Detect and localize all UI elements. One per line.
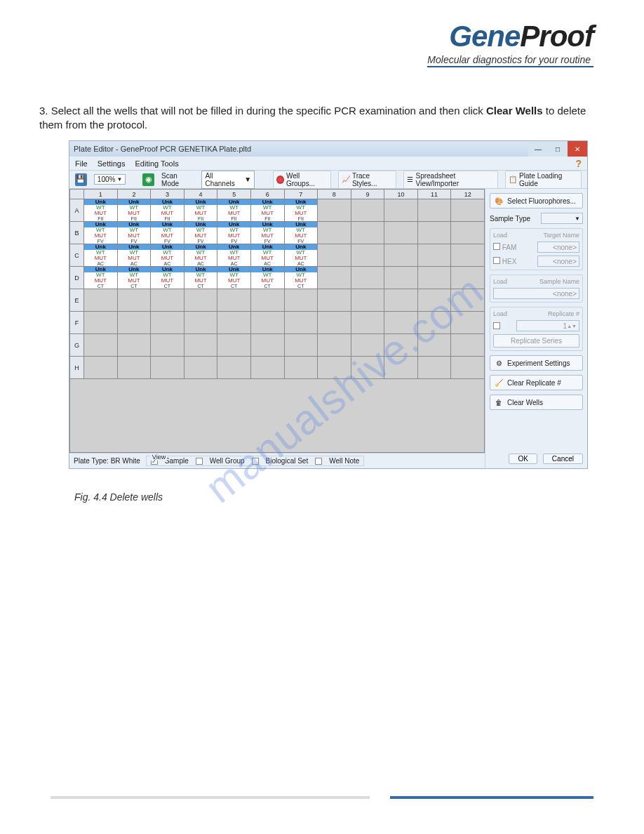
well-D2[interactable]: UnkWTMUTCT [117, 267, 151, 289]
row-header-G[interactable]: G [70, 334, 84, 357]
trace-styles-button[interactable]: 📈Trace Styles... [338, 171, 397, 189]
well-D12[interactable] [451, 267, 485, 289]
help-icon[interactable]: ? [575, 158, 582, 169]
well-E9[interactable] [351, 289, 384, 312]
col-12[interactable]: 12 [451, 190, 485, 199]
well-D4[interactable]: UnkWTMUTCT [184, 267, 217, 289]
close-button[interactable]: ✕ [568, 141, 587, 157]
experiment-settings-button[interactable]: ⚙Experiment Settings [490, 355, 583, 371]
well-A10[interactable] [384, 199, 418, 222]
col-6[interactable]: 6 [250, 190, 284, 199]
well-H8[interactable] [318, 357, 351, 379]
well-H9[interactable] [351, 357, 384, 379]
well-E6[interactable] [250, 289, 284, 312]
well-B5[interactable]: UnkWTMUTFV [217, 222, 251, 244]
col-9[interactable]: 9 [351, 190, 384, 199]
well-A11[interactable] [417, 199, 451, 222]
well-C6[interactable]: UnkWTMUTAC [250, 244, 284, 267]
well-G4[interactable] [184, 334, 217, 357]
well-A5[interactable]: UnkWTMUTFII [217, 199, 251, 222]
well-C12[interactable] [451, 244, 485, 267]
well-G8[interactable] [318, 334, 351, 357]
well-B7[interactable]: UnkWTMUTFV [284, 222, 318, 244]
well-F2[interactable] [117, 312, 151, 334]
well-F8[interactable] [318, 312, 351, 334]
well-D7[interactable]: UnkWTMUTCT [284, 267, 318, 289]
col-10[interactable]: 10 [384, 190, 418, 199]
menu-settings[interactable]: Settings [98, 159, 126, 168]
row-header-D[interactable]: D [70, 267, 84, 289]
well-F9[interactable] [351, 312, 384, 334]
well-C4[interactable]: UnkWTMUTAC [184, 244, 217, 267]
well-B2[interactable]: UnkWTMUTFV [117, 222, 151, 244]
row-header-A[interactable]: A [70, 199, 84, 222]
well-H2[interactable] [117, 357, 151, 379]
row-header-C[interactable]: C [70, 244, 84, 267]
well-F11[interactable] [417, 312, 451, 334]
spreadsheet-button[interactable]: ☰Spreadsheet View/Importer [403, 171, 498, 189]
well-B3[interactable]: UnkWTMUTFV [151, 222, 185, 244]
bioset-checkbox[interactable] [252, 458, 259, 465]
well-H5[interactable] [217, 357, 251, 379]
row-header-E[interactable]: E [70, 289, 84, 312]
well-F3[interactable] [151, 312, 185, 334]
well-F12[interactable] [451, 312, 485, 334]
well-G10[interactable] [384, 334, 418, 357]
col-3[interactable]: 3 [151, 190, 185, 199]
hex-select[interactable]: <none> [537, 256, 579, 267]
well-F5[interactable] [217, 312, 251, 334]
well-G7[interactable] [284, 334, 318, 357]
col-5[interactable]: 5 [217, 190, 251, 199]
well-A1[interactable]: UnkWTMUTFII [84, 199, 118, 222]
well-E3[interactable] [151, 289, 185, 312]
well-H3[interactable] [151, 357, 185, 379]
well-C5[interactable]: UnkWTMUTAC [217, 244, 251, 267]
sample-type-select[interactable]: ▼ [541, 213, 583, 224]
col-2[interactable]: 2 [117, 190, 151, 199]
well-A7[interactable]: UnkWTMUTFII [284, 199, 318, 222]
sample-checkbox[interactable] [151, 458, 158, 465]
row-header-F[interactable]: F [70, 312, 84, 334]
replicate-series-button[interactable]: Replicate Series [493, 334, 579, 348]
sample-name-select[interactable]: <none> [493, 288, 579, 299]
col-1[interactable]: 1 [84, 190, 118, 199]
well-C1[interactable]: UnkWTMUTAC [84, 244, 118, 267]
fam-select[interactable]: <none> [537, 241, 579, 253]
well-A8[interactable] [318, 199, 351, 222]
well-E11[interactable] [417, 289, 451, 312]
well-G6[interactable] [250, 334, 284, 357]
wellgroup-checkbox[interactable] [196, 458, 203, 465]
well-H7[interactable] [284, 357, 318, 379]
row-header-H[interactable]: H [70, 357, 84, 379]
well-H10[interactable] [384, 357, 418, 379]
well-C9[interactable] [351, 244, 384, 267]
col-4[interactable]: 4 [184, 190, 217, 199]
clear-wells-button[interactable]: 🗑Clear Wells [490, 395, 583, 410]
well-E4[interactable] [184, 289, 217, 312]
well-groups-button[interactable]: Well Groups... [273, 171, 331, 189]
well-A12[interactable] [451, 199, 485, 222]
well-D6[interactable]: UnkWTMUTCT [250, 267, 284, 289]
well-C7[interactable]: UnkWTMUTAC [284, 244, 318, 267]
well-C11[interactable] [417, 244, 451, 267]
well-G5[interactable] [217, 334, 251, 357]
well-B8[interactable] [318, 222, 351, 244]
well-G1[interactable] [84, 334, 118, 357]
well-D3[interactable]: UnkWTMUTCT [151, 267, 185, 289]
well-G11[interactable] [417, 334, 451, 357]
well-C3[interactable]: UnkWTMUTAC [151, 244, 185, 267]
well-B6[interactable]: UnkWTMUTFV [250, 222, 284, 244]
ok-button[interactable]: OK [509, 454, 537, 464]
col-11[interactable]: 11 [417, 190, 451, 199]
zoom-select[interactable]: 100%▼ [94, 174, 126, 185]
well-E10[interactable] [384, 289, 418, 312]
replicate-spinner[interactable]: 1▲▼ [516, 320, 579, 331]
well-E12[interactable] [451, 289, 485, 312]
well-C8[interactable] [318, 244, 351, 267]
well-B11[interactable] [417, 222, 451, 244]
well-A3[interactable]: UnkWTMUTFII [151, 199, 185, 222]
well-G2[interactable] [117, 334, 151, 357]
well-D10[interactable] [384, 267, 418, 289]
well-B12[interactable] [451, 222, 485, 244]
menu-editing-tools[interactable]: Editing Tools [135, 159, 178, 168]
